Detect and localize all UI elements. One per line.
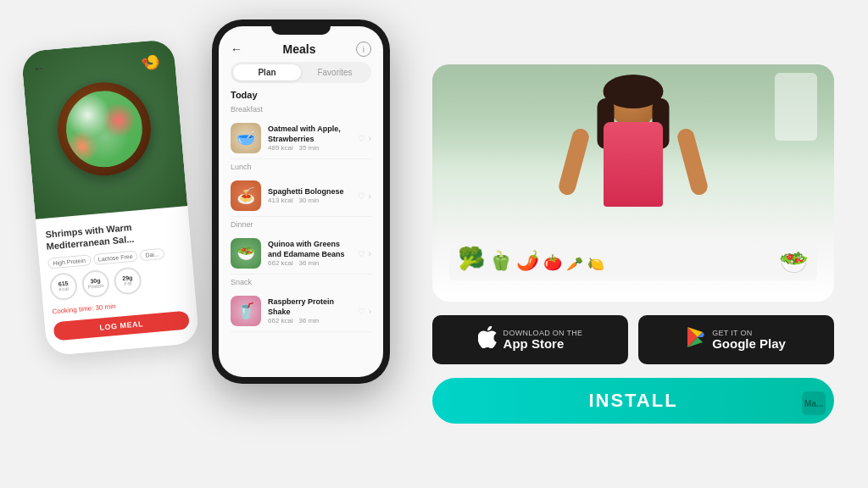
install-label: INSTALL [588, 390, 677, 412]
heart-icon-4[interactable]: ♡ [358, 307, 365, 316]
meal-details-oatmeal: Oatmeal with Apple, Strawberries 489 kca… [268, 125, 351, 152]
vegetables: 🥦 🫑 🌶️ 🍅 🥕 🍋 [458, 246, 604, 272]
meal-actions-oatmeal: ♡ › [358, 134, 371, 143]
log-meal-button[interactable]: LOG MEAL [53, 310, 190, 341]
quinoa-icon: 🥗 [231, 238, 261, 269]
section-lunch: Lunch [231, 163, 371, 171]
pepper-red-icon: 🫑 [489, 250, 512, 272]
stat-fat-circle: 29g Fat [113, 266, 142, 296]
meal-img-spaghetti: 🍝 [231, 180, 261, 211]
tag-dairy: Dai... [140, 247, 164, 260]
chevron-icon-3[interactable]: › [369, 249, 371, 258]
google-play-button[interactable]: GET IT ON Google Play [638, 315, 834, 364]
back-arrow-icon: ← [32, 60, 51, 79]
spaghetti-icon: 🍝 [231, 180, 261, 211]
meals-scroll: Today Breakfast 🥣 Oatmeal with Apple, St… [219, 90, 383, 377]
right-section: 🥦 🫑 🌶️ 🍅 🥕 🍋 🥗 Downl [432, 64, 834, 424]
chevron-icon[interactable]: › [369, 134, 371, 143]
header-back-icon[interactable]: ← [231, 42, 242, 56]
store-buttons: Download on the App Store GET IT ON [432, 315, 834, 364]
meal-details-raspberry: Raspberry Protein Shake 662 kcal 36 min [268, 297, 351, 324]
google-play-text: GET IT ON Google Play [712, 329, 786, 352]
meal-item-raspberry[interactable]: 🥤 Raspberry Protein Shake 662 kcal 36 mi… [231, 291, 371, 332]
stat-fat: 29g Fat [113, 266, 142, 296]
stat-kcal: 615 Kcal [49, 271, 79, 301]
meal-img-raspberry: 🥤 [231, 296, 261, 326]
broccoli-icon: 🥦 [458, 246, 485, 272]
meal-details-quinoa: Quinoa with Greens and Edamame Beans 662… [268, 240, 351, 267]
tomato-icon: 🍅 [543, 253, 562, 272]
section-breakfast: Breakfast [231, 105, 371, 114]
stat-protein-circle: 30g Protein [81, 269, 110, 298]
back-phone-info: Shrimps with Warm Mediterranean Sal... H… [36, 206, 199, 356]
back-phone: ← 🍤 Shrimps with Warm Mediterranean Sal.… [21, 39, 200, 356]
phone-screen: ← Meals i Plan Favorites Today Breakfast [219, 26, 383, 377]
tab-row: Plan Favorites [231, 62, 371, 83]
tag-lactose-free: Lactose Free [92, 250, 138, 265]
section-snack: Snack [231, 278, 371, 286]
meal-img-quinoa: 🥗 [231, 238, 261, 269]
salad-contents [63, 88, 146, 171]
apple-icon [478, 326, 497, 353]
heart-icon[interactable]: ♡ [358, 134, 365, 143]
meal-details-spaghetti: Spaghetti Bolognese 413 kcal 30 min [268, 187, 351, 205]
arm-left [557, 127, 591, 197]
chevron-icon-2[interactable]: › [369, 191, 371, 201]
woman-torso [604, 122, 663, 207]
stat-kcal-circle: 615 Kcal [49, 271, 79, 301]
carrot-icon: 🥕 [566, 256, 583, 272]
chevron-icon-4[interactable]: › [369, 307, 371, 316]
tag-high-protein: High Protein [47, 254, 91, 269]
app-store-text: Download on the App Store [504, 329, 583, 352]
phone-notch [271, 26, 331, 35]
install-button[interactable]: INSTALL [432, 378, 834, 424]
meal-item-quinoa[interactable]: 🥗 Quinoa with Greens and Edamame Beans 6… [231, 233, 371, 274]
woman-head [610, 81, 657, 128]
app-header: ← Meals i [219, 38, 383, 62]
meal-item-spaghetti[interactable]: 🍝 Spaghetti Bolognese 413 kcal 30 min ♡ [231, 175, 371, 217]
tab-favorites[interactable]: Favorites [301, 64, 369, 80]
oatmeal-icon: 🥣 [231, 123, 261, 153]
meal-actions-quinoa: ♡ › [358, 249, 371, 258]
day-label: Today [231, 90, 371, 100]
phones-section: ← 🍤 Shrimps with Warm Mediterranean Sal.… [34, 19, 407, 469]
main-container: ← 🍤 Shrimps with Warm Mediterranean Sal.… [0, 0, 868, 488]
google-play-icon [687, 327, 705, 352]
front-phone: ← Meals i Plan Favorites Today Breakfast [212, 19, 390, 384]
google-play-logo-svg [687, 327, 705, 347]
heart-icon-2[interactable]: ♡ [358, 191, 365, 201]
arm-right [676, 127, 709, 197]
app-title: Meals [283, 42, 316, 56]
stats-row: 615 Kcal 30g Protein 29g [49, 262, 186, 301]
pepper-yellow-icon: 🌶️ [516, 250, 539, 272]
shrimp-icon: 🍤 [140, 53, 160, 73]
meal-img-oatmeal: 🥣 [231, 123, 261, 153]
info-icon[interactable]: i [356, 42, 371, 57]
apple-logo-svg [478, 326, 497, 348]
app-store-button[interactable]: Download on the App Store [432, 315, 628, 364]
lemon-icon: 🍋 [587, 256, 604, 272]
stat-protein: 30g Protein [81, 269, 110, 298]
meal-item-oatmeal[interactable]: 🥣 Oatmeal with Apple, Strawberries 489 k… [231, 118, 371, 159]
bowl-icon: 🥗 [779, 248, 809, 276]
back-phone-image: ← 🍤 [21, 39, 188, 219]
meal-actions-spaghetti: ♡ › [358, 191, 371, 201]
salad-bowl [53, 79, 154, 180]
shake-icon: 🥤 [231, 296, 261, 326]
watermark: Ma... [802, 391, 826, 415]
tab-plan[interactable]: Plan [233, 64, 301, 80]
section-dinner: Dinner [231, 220, 371, 229]
meal-actions-raspberry: ♡ › [358, 307, 371, 316]
heart-icon-3[interactable]: ♡ [358, 249, 365, 258]
kitchen-photo: 🥦 🫑 🌶️ 🍅 🥕 🍋 🥗 [432, 64, 834, 302]
